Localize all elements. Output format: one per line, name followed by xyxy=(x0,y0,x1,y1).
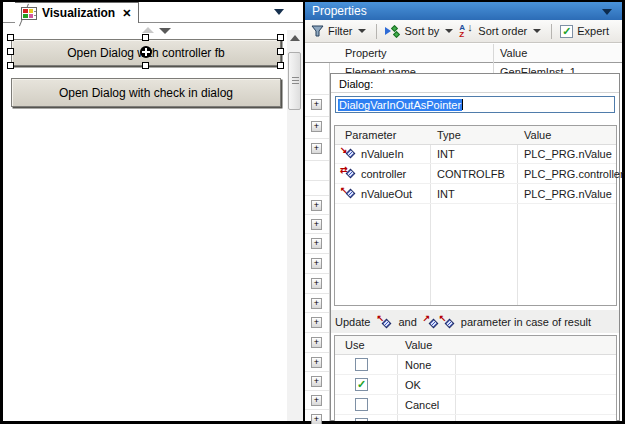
selected-text: DialogVarInOutAsPointer xyxy=(338,99,462,111)
grid-row-divider xyxy=(305,94,329,95)
parameter-row[interactable]: ↘ nValueIn INT PLC_PRG.nValue xyxy=(335,145,616,164)
property-column-header: Property xyxy=(345,47,387,59)
selection-handle[interactable] xyxy=(7,48,14,55)
expand-plus-button[interactable]: + xyxy=(311,258,322,269)
use-row-cancel[interactable]: Cancel xyxy=(335,395,616,415)
selection-handle[interactable] xyxy=(142,34,149,41)
sort-by-button[interactable]: Sort by xyxy=(404,25,439,37)
selection-handle[interactable] xyxy=(7,62,14,69)
parameter-row[interactable]: ⇄ controller CONTROLFB PLC_PRG.controlle… xyxy=(335,165,616,184)
expand-plus-button[interactable]: + xyxy=(311,143,322,154)
grid-row-divider xyxy=(305,409,329,410)
grid-row-divider xyxy=(305,390,329,391)
check-icon: ✓ xyxy=(357,379,366,390)
check-icon: ✓ xyxy=(562,26,571,37)
chevron-down-icon[interactable] xyxy=(533,29,541,33)
grid-row-divider xyxy=(305,233,329,234)
use-table-header: Use Value xyxy=(335,336,616,355)
filter-icon xyxy=(311,25,324,37)
property-grid-row-clipped[interactable]: Element name GenElemInst_1 xyxy=(305,64,622,73)
expand-plus-button[interactable]: + xyxy=(311,200,322,211)
text-cursor xyxy=(462,99,463,110)
grid-row-divider xyxy=(305,312,329,313)
expand-plus-button[interactable]: + xyxy=(311,278,322,289)
move-anchor-icon[interactable] xyxy=(140,46,152,58)
expert-label: Expert xyxy=(577,25,609,37)
use-checkbox[interactable] xyxy=(355,398,368,411)
parameter-row[interactable]: ↖ nValueOut INT PLC_PRG.nValue xyxy=(335,185,616,204)
selection-handle[interactable] xyxy=(7,34,14,41)
expand-plus-button[interactable]: + xyxy=(311,357,322,368)
expand-plus-button[interactable]: + xyxy=(311,337,322,348)
properties-toolbar: Filter Sort by A Z ↓ Sort order ✓ Expert xyxy=(305,20,622,43)
selection-handle[interactable] xyxy=(142,62,149,69)
update-parameter-bar: Update ↖ and ↗↖ parameter in case of res… xyxy=(331,310,619,333)
expand-plus-button[interactable]: + xyxy=(311,298,322,309)
dialog-name-input[interactable]: DialogVarInOutAsPointer xyxy=(335,96,615,113)
grid-row-divider xyxy=(305,138,329,139)
expand-plus-button[interactable]: + xyxy=(311,238,322,249)
use-row-none[interactable]: None xyxy=(335,355,616,375)
parameter-output-icon: ↖ xyxy=(340,187,356,200)
expand-plus-button[interactable]: + xyxy=(311,376,322,387)
grid-row-divider xyxy=(305,214,329,215)
value-column-header: Value xyxy=(500,47,527,59)
grid-row-divider xyxy=(305,273,329,274)
filter-button[interactable]: Filter xyxy=(328,25,352,37)
chevron-down-icon[interactable] xyxy=(445,29,453,33)
expand-plus-button[interactable]: + xyxy=(311,395,322,406)
tab-visualization[interactable]: Visualization ✕ xyxy=(15,2,139,23)
selection-handle[interactable] xyxy=(277,34,284,41)
expand-plus-button[interactable]: + xyxy=(311,121,322,132)
grid-row-divider xyxy=(305,293,329,294)
selection-handle[interactable] xyxy=(277,62,284,69)
grid-row-divider xyxy=(305,195,329,196)
use-row-ok[interactable]: ✓ OK xyxy=(335,375,616,395)
parameter-table: Parameter Type Value ↘ nValueIn INT PLC_… xyxy=(334,125,617,306)
tab-list-dropdown-icon[interactable] xyxy=(274,9,284,15)
vertical-scrollbar[interactable] xyxy=(287,30,303,421)
open-dialog-check-button[interactable]: Open Dialog with check in dialog xyxy=(11,78,281,107)
property-cell: Element name xyxy=(345,66,416,73)
expand-plus-button[interactable]: + xyxy=(311,99,322,110)
parameter-inout-pair-icon: ↗↖ xyxy=(423,315,455,329)
expand-plus-button[interactable]: + xyxy=(311,317,322,328)
close-icon[interactable]: ✕ xyxy=(122,7,131,20)
expand-column: +++++++++++++++ xyxy=(305,63,329,421)
grid-row-divider xyxy=(305,371,329,372)
scrollbar-up-icon[interactable] xyxy=(290,35,300,41)
scroll-up-icon[interactable] xyxy=(142,27,154,33)
use-row-abort[interactable]: Abort xyxy=(335,415,616,421)
sort-by-icon xyxy=(385,25,400,38)
expert-checkbox[interactable]: ✓ xyxy=(560,25,573,38)
scroll-down-icon[interactable] xyxy=(159,28,171,34)
scrollbar-thumb[interactable] xyxy=(288,52,301,110)
chevron-down-icon[interactable] xyxy=(358,29,366,33)
use-checkbox[interactable] xyxy=(355,418,368,421)
expand-plus-button[interactable]: + xyxy=(311,219,322,230)
parameter-inout-icon: ⇄ xyxy=(340,167,356,180)
selection-handle[interactable] xyxy=(277,48,284,55)
grid-row-divider xyxy=(305,160,329,161)
tab-label: Visualization xyxy=(42,6,115,20)
grid-row-divider xyxy=(305,352,329,353)
dialog-label: Dialog: xyxy=(339,78,373,90)
expand-plus-button[interactable]: + xyxy=(311,414,322,424)
grid-row-divider xyxy=(305,332,329,333)
sort-order-icon: A Z ↓ xyxy=(459,24,474,39)
panel-title: Properties xyxy=(312,4,367,18)
sort-order-button[interactable]: Sort order xyxy=(478,25,527,37)
screenshot-root: Visualization ✕ Open Dialog with control… xyxy=(0,0,625,424)
properties-titlebar: Properties xyxy=(305,2,622,20)
toolbar-separator xyxy=(376,24,377,39)
parameter-input-icon: ↘ xyxy=(340,147,356,160)
result-use-table: Use Value None ✓ OK Cancel Abort xyxy=(334,335,617,421)
button-label: Open Dialog with check in dialog xyxy=(59,86,233,100)
panel-menu-dropdown-icon[interactable] xyxy=(602,9,612,15)
use-checkbox[interactable] xyxy=(355,358,368,371)
properties-panel: Properties Filter Sort by A Z ↓ Sort ord… xyxy=(305,2,622,421)
grid-row-divider xyxy=(305,180,329,181)
use-checkbox[interactable]: ✓ xyxy=(355,378,368,391)
parameter-table-header: Parameter Type Value xyxy=(335,126,616,145)
toolbar-separator xyxy=(551,24,552,39)
